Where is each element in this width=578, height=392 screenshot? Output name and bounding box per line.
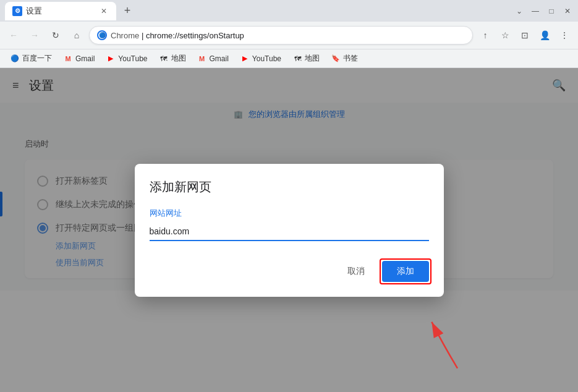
bookmark-baidu-label: 百度一下 [22,53,52,64]
bookmark-bookmarks-label: 书签 [343,53,358,64]
baidu-icon: 🔵 [10,54,20,64]
minimize-button[interactable]: — [530,6,541,17]
tab-search-button[interactable]: ⊡ [516,27,533,44]
settings-tab-label: 设置 [26,6,42,17]
back-button[interactable]: ← [5,27,22,44]
bookmark-maps-1-label: 地图 [171,53,186,64]
maximize-button[interactable]: □ [546,6,557,17]
bookmark-youtube-1[interactable]: ▶ YouTube [101,52,152,66]
bookmark-maps-1[interactable]: 🗺 地图 [154,51,191,66]
title-bar-left: ⚙ 设置 ✕ + [5,2,136,20]
maps-icon-2: 🗺 [292,54,302,64]
bookmark-youtube-2-label: YouTube [252,54,281,63]
bookmark-gmail-1-label: Gmail [75,54,95,63]
reload-button[interactable]: ↻ [47,27,64,44]
home-button[interactable]: ⌂ [68,27,85,44]
bookmark-gmail-2[interactable]: M Gmail [192,52,234,66]
bookmark-bookmarks[interactable]: 🔖 书签 [326,51,363,66]
cancel-button[interactable]: 取消 [338,261,375,282]
forward-button[interactable]: → [26,27,43,44]
tab-close-button[interactable]: ✕ [99,6,109,16]
bookmarks-bar: 🔵 百度一下 M Gmail ▶ YouTube 🗺 地图 M Gmail ▶ … [0,49,578,68]
add-button-wrapper: 添加 [382,261,429,282]
share-button[interactable]: ↑ [477,27,494,44]
menu-button[interactable]: ⋮ [556,27,573,44]
window-controls: ⌄ — □ ✕ [514,6,573,17]
app-window: ⚙ 设置 ✕ + ⌄ — □ ✕ ← → ↻ ⌂ 🔵 Chrome | chro… [0,0,578,392]
gmail-icon-2: M [197,54,207,64]
url-input[interactable] [150,223,429,241]
dialog-actions: 取消 添加 [150,261,429,282]
add-button[interactable]: 添加 [382,261,429,282]
bookmark-gmail-2-label: Gmail [210,54,229,63]
profile-button[interactable]: 👤 [536,27,553,44]
title-bar: ⚙ 设置 ✕ + ⌄ — □ ✕ [0,0,578,22]
bookmarks-icon: 🔖 [331,54,341,64]
url-full: chrome://settings/onStartup [146,31,244,40]
settings-tab[interactable]: ⚙ 设置 ✕ [5,2,116,20]
url-display: Chrome | chrome://settings/onStartup [111,31,465,40]
youtube-icon-1: ▶ [106,54,116,64]
chevron-icon[interactable]: ⌄ [514,6,525,17]
close-button[interactable]: ✕ [562,6,573,17]
address-input[interactable]: 🔵 Chrome | chrome://settings/onStartup [89,26,473,45]
address-bar: ← → ↻ ⌂ 🔵 Chrome | chrome://settings/onS… [0,22,578,49]
new-tab-button[interactable]: + [119,2,136,20]
dialog-url-label: 网站网址 [150,208,429,219]
dialog-title: 添加新网页 [150,179,429,195]
gmail-icon-1: M [63,54,73,64]
page-area: ≡ 设置 🔍 🏢 您的浏览器由所属组织管理 启动时 打开新标签页 [0,68,578,392]
maps-icon-1: 🗺 [159,54,169,64]
bookmark-button[interactable]: ☆ [496,27,514,44]
add-page-dialog: 添加新网页 网站网址 取消 添加 [135,164,444,297]
bookmark-baidu[interactable]: 🔵 百度一下 [5,51,57,66]
bookmark-maps-2[interactable]: 🗺 地图 [287,51,325,66]
bookmark-youtube-2[interactable]: ▶ YouTube [235,52,286,66]
modal-overlay[interactable]: 添加新网页 网站网址 取消 添加 [0,68,578,392]
youtube-icon-2: ▶ [240,54,250,64]
bookmark-youtube-1-label: YouTube [118,54,147,63]
address-actions: ↑ ☆ ⊡ 👤 ⋮ [477,27,573,44]
url-scheme: Chrome [111,31,139,40]
secure-icon: 🔵 [97,30,107,40]
bookmark-gmail-1[interactable]: M Gmail [58,52,100,66]
bookmark-maps-2-label: 地图 [305,53,320,64]
settings-tab-icon: ⚙ [12,6,22,16]
